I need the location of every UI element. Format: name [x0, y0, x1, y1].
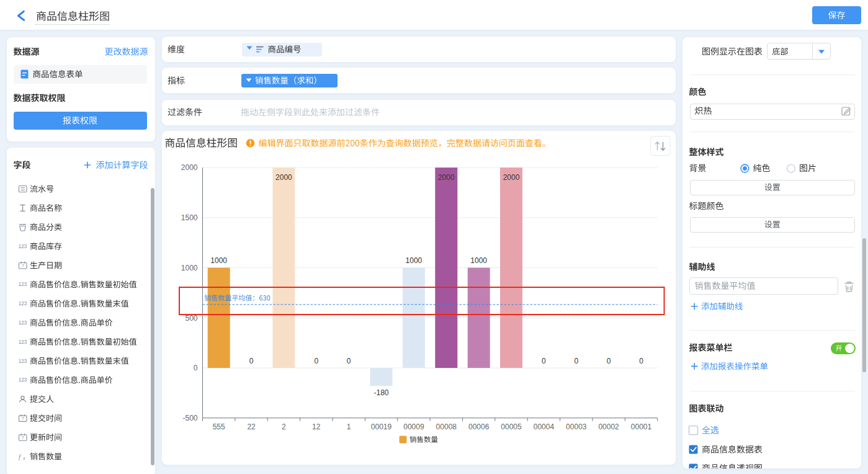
svg-text:1000: 1000: [406, 256, 423, 265]
svg-text:00005: 00005: [501, 423, 522, 431]
svg-text:123: 123: [19, 320, 27, 326]
svg-text:123: 123: [19, 301, 27, 306]
svg-text:500: 500: [185, 314, 197, 323]
svg-text:123: 123: [19, 377, 27, 383]
svg-text:0: 0: [607, 357, 611, 365]
svg-text:12: 12: [312, 423, 321, 431]
svg-text:2000: 2000: [181, 163, 198, 172]
svg-text:00004: 00004: [534, 423, 555, 431]
svg-text:1500: 1500: [181, 213, 198, 222]
svg-text:2000: 2000: [503, 173, 520, 182]
svg-text:00001: 00001: [631, 423, 652, 431]
svg-text:1: 1: [347, 423, 351, 431]
svg-text:f: f: [19, 453, 22, 460]
svg-text:0: 0: [314, 357, 318, 365]
svg-text:00009: 00009: [403, 423, 424, 431]
svg-text:00002: 00002: [598, 423, 619, 431]
svg-text:123: 123: [19, 359, 27, 364]
svg-text:x: x: [22, 455, 25, 461]
svg-text:00006: 00006: [468, 423, 490, 431]
svg-text:0: 0: [542, 357, 546, 365]
svg-text:2000: 2000: [438, 173, 455, 182]
svg-text:2: 2: [282, 423, 286, 431]
svg-text:0: 0: [249, 357, 254, 365]
svg-text:7: 7: [22, 264, 24, 268]
svg-text:00019: 00019: [371, 423, 392, 431]
svg-text:7: 7: [22, 416, 24, 421]
svg-text:00003: 00003: [566, 423, 587, 431]
svg-text:00008: 00008: [436, 423, 457, 431]
svg-text:0: 0: [574, 357, 578, 365]
svg-text:1000: 1000: [181, 264, 198, 272]
svg-text:0: 0: [347, 357, 351, 365]
svg-text:123: 123: [19, 244, 27, 249]
svg-text:0: 0: [639, 357, 643, 365]
svg-text:22: 22: [247, 423, 256, 431]
svg-text:2000: 2000: [275, 173, 292, 182]
svg-text:7: 7: [22, 436, 24, 440]
svg-text:-500: -500: [182, 414, 197, 423]
svg-text:123: 123: [19, 339, 27, 345]
svg-text:1000: 1000: [470, 256, 487, 265]
svg-text:555: 555: [213, 423, 225, 431]
svg-text:0: 0: [194, 364, 198, 372]
svg-text:-180: -180: [374, 388, 388, 397]
svg-text:1000: 1000: [210, 256, 227, 265]
svg-text:123: 123: [19, 282, 27, 287]
